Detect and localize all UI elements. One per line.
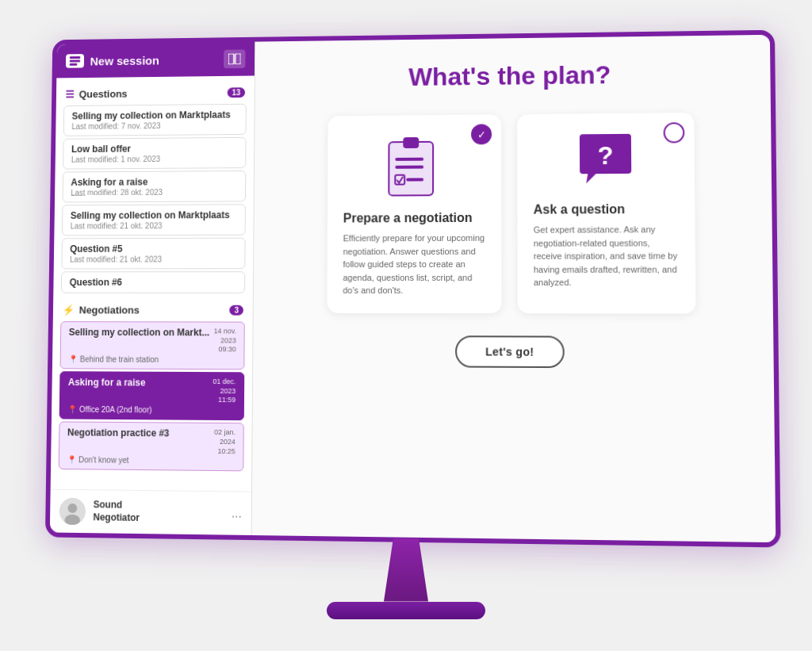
question-title: Asking for a raise	[71, 175, 237, 187]
lets-go-button[interactable]: Let's go!	[455, 335, 565, 367]
sidebar-title: New session	[90, 52, 217, 67]
questions-badge: 13	[227, 87, 245, 98]
questions-section-header: ☰ Questions 13	[56, 82, 255, 103]
question-item[interactable]: Selling my collection on Marktplaats Las…	[63, 103, 247, 136]
card-check-icon: ✓	[471, 124, 492, 144]
more-options-button[interactable]: ...	[232, 506, 242, 520]
questions-section-label-group: ☰ Questions	[65, 87, 127, 99]
sidebar: New session ☰ Questions 13 Selling my co…	[50, 41, 255, 534]
negotiation-date: 14 nov.202309:30	[213, 327, 236, 354]
monitor-wrapper: New session ☰ Questions 13 Selling my co…	[25, 33, 787, 619]
negotiations-section-label: Negotiations	[79, 304, 140, 316]
negotiation-item[interactable]: Negotiation practice #3 02 jan.202410:25…	[59, 421, 244, 471]
question-item[interactable]: Selling my collection on Marktplaats Las…	[62, 204, 246, 236]
location-icon: 📍	[68, 354, 78, 363]
question-title: Question #5	[70, 243, 237, 254]
negotiations-section-label-group: ⚡ Negotiations	[62, 304, 140, 316]
sidebar-header: New session	[56, 41, 255, 78]
user-name: Sound Negotiator	[93, 499, 140, 524]
card2-desc: Get expert assistance. Ask any negotiati…	[534, 223, 680, 289]
svg-rect-0	[70, 56, 80, 59]
svg-rect-9	[403, 137, 419, 148]
negotiation-item-header: Negotiation practice #3 02 jan.202410:25	[67, 427, 236, 456]
negotiation-sub: 📍 Office 20A (2nd floor)	[67, 404, 236, 414]
question-item[interactable]: Question #5 Last modified: 21 okt. 2023	[61, 237, 245, 269]
sidebar-footer: Sound Negotiator ...	[50, 488, 251, 534]
negotiation-sub: 📍 Behind the train station	[68, 354, 236, 364]
negotiation-sub: 📍 Don't know yet	[67, 455, 235, 465]
negotiations-icon: ⚡	[62, 304, 75, 316]
svg-rect-13	[406, 178, 423, 181]
question-title: Question #6	[70, 277, 237, 288]
card2-icon-area: ?	[533, 128, 678, 193]
negotiation-date: 01 dec.202311:59	[213, 377, 236, 405]
question-date: Last modified: 21 okt. 2023	[71, 221, 237, 231]
question-item[interactable]: Question #6	[61, 271, 245, 293]
cards-row: ✓	[277, 112, 749, 313]
questions-icon: ☰	[65, 88, 75, 100]
question-title: Selling my collection on Marktplaats	[71, 209, 237, 221]
negotiation-item-active[interactable]: Asking for a raise 01 dec.202311:59 📍 Of…	[59, 371, 245, 420]
location-icon: 📍	[67, 455, 76, 464]
negotiation-item[interactable]: Selling my collection on Markt... 14 nov…	[60, 321, 245, 370]
negotiation-date: 02 jan.202410:25	[214, 428, 236, 456]
svg-rect-4	[236, 53, 241, 64]
card-icon-area	[343, 130, 485, 201]
question-bubble-icon: ?	[573, 128, 638, 193]
card2-title: Ask a question	[534, 202, 626, 217]
card1-title: Prepare a negotiation	[343, 210, 473, 225]
svg-rect-3	[228, 53, 234, 64]
negotiations-section-header: ⚡ Negotiations 3	[53, 299, 253, 319]
ask-question-card[interactable]: ? Ask a question Get expert assistance. …	[517, 113, 695, 313]
svg-rect-1	[70, 59, 80, 62]
question-date: Last modified: 21 okt. 2023	[70, 255, 237, 263]
question-date: Last modified: 1 nov. 2023	[71, 154, 238, 163]
negotiation-item-header: Asking for a raise 01 dec.202311:59	[67, 377, 236, 405]
sidebar-content: ☰ Questions 13 Selling my collection on …	[51, 75, 255, 491]
card-uncheck-icon	[664, 122, 685, 143]
avatar	[59, 497, 86, 524]
question-date: Last modified: 7 nov. 2023	[71, 121, 238, 131]
negotiation-item-header: Selling my collection on Markt... 14 nov…	[68, 327, 236, 354]
location-icon: 📍	[67, 404, 77, 413]
question-item[interactable]: Low ball offer Last modified: 1 nov. 202…	[63, 136, 246, 169]
question-title: Low ball offer	[71, 142, 238, 154]
question-title: Selling my collection on Marktplaats	[72, 109, 239, 121]
monitor-screen: New session ☰ Questions 13 Selling my co…	[45, 29, 781, 547]
prepare-negotiation-card[interactable]: ✓	[327, 114, 501, 312]
monitor-stand	[374, 538, 438, 602]
negotiation-title: Negotiation practice #3	[67, 427, 214, 438]
main-content: What's the plan? ✓	[252, 34, 776, 542]
monitor-base	[327, 602, 485, 619]
sidebar-toggle-button[interactable]	[224, 49, 245, 68]
question-date: Last modified: 28 okt. 2023	[71, 187, 237, 197]
card1-desc: Efficiently prepare for your upcoming ne…	[343, 231, 485, 297]
session-icon	[66, 54, 84, 68]
clipboard-icon	[382, 130, 446, 201]
svg-rect-2	[70, 63, 78, 65]
negotiation-title: Asking for a raise	[68, 377, 213, 389]
question-item[interactable]: Asking for a raise Last modified: 28 okt…	[63, 170, 247, 202]
questions-section-label: Questions	[79, 87, 128, 99]
negotiation-title: Selling my collection on Markt...	[69, 327, 214, 338]
negotiations-badge: 3	[230, 304, 243, 315]
page-title: What's the plan?	[408, 60, 611, 92]
svg-text:?: ?	[597, 140, 613, 170]
